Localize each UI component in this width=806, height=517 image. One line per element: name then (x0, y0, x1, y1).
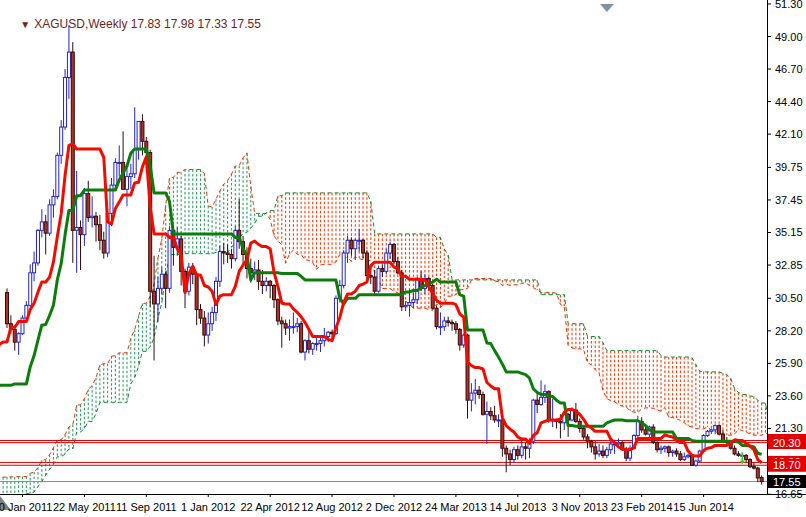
candle-body (354, 240, 357, 248)
candle-body (439, 327, 442, 328)
x-tick-label: 12 Aug 2012 (301, 501, 363, 513)
candle-body (362, 240, 365, 253)
candle-body (412, 300, 415, 303)
price-tag: 20.30 (768, 436, 806, 449)
candle-body (303, 341, 306, 352)
tenkan-sen-line (0, 144, 762, 463)
candle-body (211, 312, 214, 323)
price-tags: 20.4520.3018.9018.7017.55 (768, 434, 806, 488)
candle-body (168, 230, 171, 288)
x-tick-label: 2 Dec 2012 (366, 501, 422, 513)
candle-body (760, 478, 763, 482)
y-tick-label: 35.15 (775, 226, 803, 238)
candle-body (493, 416, 496, 420)
candle-body (393, 245, 396, 262)
candle-body (29, 273, 32, 306)
svg-text:17.55: 17.55 (773, 476, 801, 488)
candle-body (505, 448, 508, 454)
candle-body (373, 277, 376, 291)
candle-body (454, 324, 457, 330)
candle-body (44, 222, 47, 233)
candle-body (520, 447, 523, 455)
candle-body (458, 329, 461, 345)
candle-body (443, 321, 446, 327)
candle-body (675, 451, 678, 454)
candle-body (694, 461, 697, 465)
quote-header[interactable]: ▼XAGUSD,Weekly 17.83 17.98 17.33 17.55 (7, 3, 261, 45)
candle-body (33, 263, 36, 273)
svg-text:18.70: 18.70 (773, 459, 801, 471)
candle-body (358, 240, 361, 241)
candle-body (160, 274, 163, 288)
price-chart-canvas[interactable]: 51.3049.0046.7044.4042.1039.7537.4535.15… (0, 0, 806, 517)
candle-body (478, 390, 481, 394)
candle-body (280, 321, 283, 324)
price-tag: 17.55 (768, 475, 806, 488)
candle-body (683, 457, 686, 460)
x-tick-label: 22 Apr 2012 (240, 501, 299, 513)
quote-high: 17.98 (164, 17, 194, 31)
quote-close: 17.55 (231, 17, 261, 31)
candle-body (284, 324, 287, 328)
candle-body (435, 308, 438, 326)
candles (6, 25, 764, 484)
candle-body (83, 194, 86, 235)
candle-body (230, 254, 233, 258)
candle-body (346, 240, 349, 253)
candle-body (718, 426, 721, 434)
candle-body (389, 245, 392, 253)
candle-body (265, 281, 268, 285)
x-tick-label: 3 Nov 2013 (552, 501, 608, 513)
candle-body (87, 194, 90, 218)
candle-body (125, 177, 128, 190)
price-tag: 18.70 (768, 459, 806, 472)
candle-body (671, 451, 674, 452)
candle-body (269, 281, 272, 285)
candle-body (451, 322, 454, 323)
y-tick-label: 25.90 (775, 357, 803, 369)
candle-body (737, 454, 740, 455)
y-tick-label: 30.50 (775, 292, 803, 304)
svg-text:20.30: 20.30 (773, 437, 801, 449)
candle-body (67, 52, 70, 77)
candle-body (377, 269, 380, 292)
candle-body (586, 437, 589, 441)
candle-body (64, 78, 67, 128)
candle-body (400, 273, 403, 307)
chart-shift-triangle (600, 4, 614, 12)
candle-body (485, 411, 488, 414)
candle-body (733, 448, 736, 454)
y-tick-label: 51.30 (775, 0, 803, 10)
candle-body (276, 300, 279, 321)
candle-body (203, 318, 206, 335)
x-tick-label: 11 Sep 2011 (116, 501, 177, 513)
symbol-dropdown-icon[interactable]: ▼ (20, 19, 30, 30)
candle-body (153, 291, 156, 304)
mt4-chart-window: 51.3049.0046.7044.4042.1039.7537.4535.15… (0, 0, 806, 517)
y-tick-label: 32.85 (775, 259, 803, 271)
y-tick-label: 49.00 (775, 31, 803, 43)
candle-body (118, 162, 121, 163)
candle-body (594, 447, 597, 454)
candle-body (756, 468, 759, 478)
candle-body (590, 441, 593, 447)
candle-body (714, 426, 717, 430)
candle-body (292, 327, 295, 328)
candle-body (679, 454, 682, 460)
candle-body (114, 162, 117, 185)
candle-body (497, 420, 500, 421)
candle-body (350, 240, 353, 248)
candle-body (408, 303, 411, 306)
y-tick-label: 42.10 (775, 128, 803, 140)
candle-body (660, 448, 663, 449)
x-tick-label: 15 Jun 2014 (673, 501, 734, 513)
candle-body (559, 421, 562, 422)
x-tick-label: 1 Jan 2012 (181, 501, 235, 513)
candle-body (605, 450, 608, 456)
candle-body (644, 430, 647, 434)
y-tick-label: 37.45 (775, 194, 803, 206)
candle-body (307, 341, 310, 349)
candle-body (474, 390, 477, 393)
candle-body (40, 222, 43, 230)
candle-body (663, 447, 666, 448)
